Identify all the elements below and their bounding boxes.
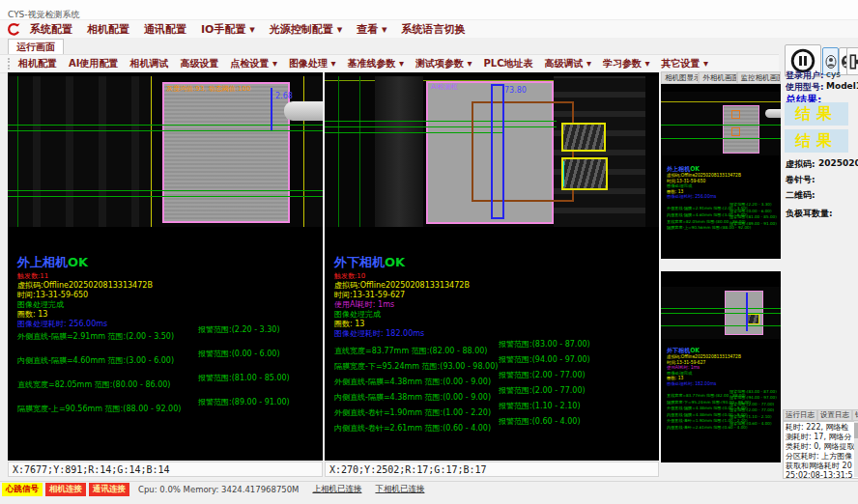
toolbar-button[interactable]: 点检设置 ▾ [230,57,277,70]
measurement-row: 外侧直线-隔膜=4.38mm 范围:(0.00 - 9.00) 报警范围:(2.… [334,370,659,385]
alarm-range-text: 报警范围:(89.00 - 91.00) [729,221,777,227]
camera-image-upper: 2.68 灰度均值:93, 动态阈值:100 [8,76,323,227]
toolbar-button[interactable]: 学习参数 ▾ [603,57,650,70]
alarm-range-text: 报警范围:(83.00 - 87.00) [729,389,777,395]
alarm-range-text: 报警范围:(0.00 - 6.00) [198,349,280,359]
measurement-row: 直线宽度=83.77mm 范围:(82.00 - 88.00) 报警范围:(83… [334,339,659,354]
tab-detect-box [561,123,606,152]
measure-line [661,325,781,326]
virtual-code-value: 20250208 [818,158,858,168]
log-tab[interactable]: 错误日志 [852,409,858,421]
log-tab[interactable]: 设置日志 [817,409,852,421]
gray-threshold-label: 灰度均值:93, 动态阈值:100 [166,84,250,94]
toolbar-button[interactable]: 基准线参数 ▾ [348,57,405,70]
camera-view-lower[interactable]: 73.80 AI检测框 外下相机OK 触发数:10 虚拟码:Offline202… [325,72,659,461]
log-scrollbar-thumb[interactable] [854,423,858,438]
side-view-tab[interactable]: 监控相机画面 [737,71,782,84]
turn-count: 圈数: 13 [17,310,153,320]
turn-count: 圈数: 13 [334,320,470,329]
measurement-row: 隔膜宽度-上=90.56mm 范围:(88.00 - 92.00) 报警范围:(… [667,221,773,228]
title-bar: CYS-视觉检测系统 [0,0,858,20]
measurement-list-lower: 直线宽度=83.77mm 范围:(82.00 - 88.00) 报警范围:(83… [334,339,659,432]
alarm-range-text: 报警范围:(2.20 - 3.30) [198,324,280,335]
virtual-code-label: 虚拟码: [786,158,815,171]
toolbar-button[interactable]: 相机调试 [129,57,168,70]
side-view-tab[interactable]: 相机图显示 [661,71,699,84]
tab-run-screen[interactable]: 运行画面 [8,39,64,54]
machine-column [375,76,423,227]
toolbar-button[interactable]: 其它设置 ▾ [662,57,709,70]
capture-time: 时间:13-31-59-650 [17,291,153,300]
alarm-range-text: 报警范围:(83.00 - 87.00) [499,339,590,350]
alarm-range-text: 报警范围:(1.10 - 2.10) [499,401,581,411]
log-scrollbar[interactable] [854,421,858,477]
measurement-row: 内侧直线-卷针=2.61mm 范围:(0.60 - 4.00) 报警范围:(0.… [334,416,659,432]
menu-item[interactable]: 相机配置 [87,22,129,37]
trigger-count: 触发数:10 [334,271,470,281]
menu-item[interactable]: 系统语言切换 [402,22,466,37]
roi-blue-box [491,84,504,219]
measure-line [8,190,323,191]
toolbar-button[interactable]: 测试项参数 ▾ [415,57,472,70]
toolbar-button[interactable]: AI使用配置 [69,57,118,70]
alarm-range-text: 报警范围:(2.00 - 77.00) [729,402,774,407]
login-user-value: cys [826,70,841,79]
toolbar-button[interactable]: 图像处理 ▾ [289,57,336,70]
camera-name: 外下相机 [667,348,690,354]
roller-arm [284,101,323,121]
result-ok: OK [385,255,405,269]
menu-item[interactable]: 通讯配置 [144,22,186,37]
lower-camera-state[interactable]: 下相机已连接 [375,484,424,495]
menu-item[interactable]: IO手配置 ▾ [201,22,255,37]
model-value: Model1 [826,81,858,91]
toolbar-button[interactable]: PLC地址表 [484,57,533,70]
mini-overlay-lower: 外下相机OK 虚拟码:Offline2025020813313472B 时间:1… [667,345,773,427]
yellow-guide-line [151,76,152,227]
mini-view-lower[interactable]: 外下相机OK 虚拟码:Offline2025020813313472B 时间:1… [661,271,781,462]
camera-name: 外上相机 [17,255,68,269]
measurement-row: 直线宽度=82.05mm 范围:(80.00 - 86.00) 报警范围:(81… [17,373,323,397]
status-bar: 心跳信号 相机连接 通讯连接 Cpu: 0.0% Memory: 3424.41… [0,481,858,497]
toolbar-button[interactable]: 高级设置 [180,57,218,70]
measurement-row: 直线宽度=83.77mm 范围:(82.00 - 88.00) 报警范围:(83… [667,389,773,396]
alarm-range-text: 报警范围:(2.00 - 77.00) [499,385,586,396]
yellow-guide-line [303,76,304,227]
side-view-tab[interactable]: 外相机画面 [699,71,736,84]
menu-item[interactable]: 系统配置 [30,22,72,37]
log-output[interactable]: 耗时: 222, 网络检测耗时: 17, 网络分类耗时: 0, 网络提取分区耗时… [783,421,858,479]
measurement-list-upper: 外侧直线-隔膜=2.91mm 范围:(2.00 - 3.50) 报警范围:(2.… [17,324,323,421]
virtual-code: 虚拟码:Offline2025020813313472B [334,281,470,291]
process-done: 图像处理完成 [334,310,470,320]
menu-items: 系统配置相机配置通讯配置IO手配置 ▾光源控制配置 ▾查看 ▾系统语言切换 [30,22,480,37]
measure-line [661,308,781,309]
user-icon [825,53,837,70]
measurement-row: 内侧直线-隔膜=4.60mm 范围:(3.00 - 6.00) 报警范围:(0.… [17,349,323,373]
machine-background [8,76,153,227]
blue-measure-value: 73.80 [504,86,527,95]
mini-measurement-list: 直线宽度=83.77mm 范围:(82.00 - 88.00) 报警范围:(83… [667,389,773,428]
measure-line [661,313,781,314]
camera-image-lower: 73.80 AI检测框 [325,76,659,227]
exit-button[interactable] [846,47,858,75]
alarm-range-text: 报警范围:(1.10 - 2.10) [729,414,772,420]
mini-view-upper[interactable]: 外上相机OK 虚拟码:Offline2025020813313472B 时间:1… [661,84,781,259]
measurement-text: 直线宽度=82.05mm 范围:(80.00 - 86.00) [17,380,170,389]
machine-edge [645,76,659,227]
measurement-row: 隔膜宽度-下=95.24mm 范围:(93.00 - 98.00) 报警范围:(… [334,354,659,370]
log-tab[interactable]: 运行日志 [783,409,817,421]
alarm-range-text: 报警范围:(94.00 - 97.00) [729,395,777,401]
pixel-readout-lower: X:270;Y:2502;R:17;G:17;B:17 [325,462,659,477]
app-logo-icon [6,22,22,37]
toolbar-button[interactable]: 相机配置 [18,57,57,70]
side-view-tabs: 相机图显示外相机画面监控相机画面 [661,71,781,84]
menu-item[interactable]: 查看 ▾ [357,22,386,37]
camera-name: 外上相机 [667,166,690,173]
alarm-range-text: 报警范围:(2.00 - 77.00) [729,407,774,413]
toolbar-button[interactable]: 高级调试 ▾ [545,57,592,70]
alarm-range-text: 报警范围:(0.00 - 6.00) [729,209,772,214]
menu-item[interactable]: 光源控制配置 ▾ [270,22,342,37]
toolbar-items: 相机配置AI使用配置相机调试高级设置点检设置 ▾图像处理 ▾基准线参数 ▾测试项… [18,57,720,70]
mini-measurement-list: 外侧直线-隔膜=2.91mm 范围:(2.00 - 3.50) 报警范围:(2.… [667,202,773,227]
upper-camera-state[interactable]: 上相机已连接 [312,484,361,495]
camera-view-upper[interactable]: 2.68 灰度均值:93, 动态阈值:100 外上相机OK 触发数:11 虚拟码… [8,72,323,461]
